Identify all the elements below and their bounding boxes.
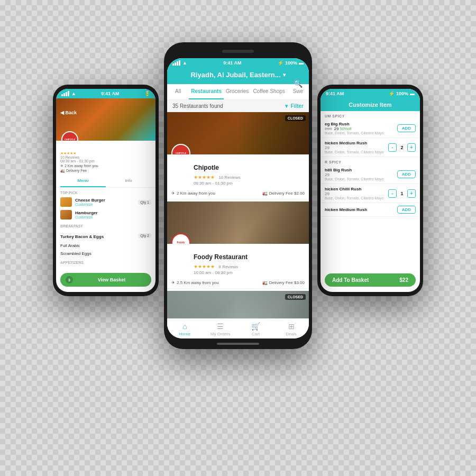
right-add-btn-1[interactable]: ADD [397,124,416,132]
filter-button[interactable]: ▼ Filter [284,103,304,109]
sushi-closed-badge: CLOSED [285,294,306,300]
nav-orders[interactable]: ☰ My Orders [203,322,238,336]
phone-right: 9:41 AM ⚡ 100% ▬ Customize Item UM SPICY… [317,85,423,296]
foody-distance: ✈ 2.5 Km away from you [171,280,219,285]
chipotle-distance: ✈ 2 Km away from you [171,191,215,196]
left-tabs: Menu Info [56,175,155,188]
right-qty-minus-4[interactable]: - [388,189,397,198]
tab-restaurants[interactable]: Restaurants [189,84,224,99]
right-item-3: hilli Big Rush 29 ttuce, Onion, Tomato, … [321,165,420,184]
right-item-5-name: hicken Medium Rush [325,207,397,212]
right-item-5: hicken Medium Rush ADD [321,203,420,217]
restaurant-card-sushi[interactable]: CLOSED 🍣 Sushi Master ★★★★★ 5 Reviews [167,291,309,318]
home-indicator [217,343,259,345]
sushi-image: CLOSED 🍣 [167,291,309,318]
wifi-icon: ▲ [71,91,76,96]
right-battery: 100% [396,91,408,96]
center-battery-icon: ▬ [299,60,304,66]
location-chevron: ▾ [283,72,286,78]
left-hours: 08:30 am - 01:30 pm [60,159,151,163]
right-item-1-sale: 29 [334,126,339,131]
chipotle-footer: ✈ 2 Km away from you 🚛 Delivery Fee $2.0… [167,189,309,199]
left-full-arabic: Full Arabic [56,242,155,250]
right-basket-label: Add To Basket [332,277,369,283]
right-item-2-sale: 29 [325,145,329,150]
search-icon[interactable]: 🔍 [294,79,303,88]
left-restaurant-header: ◀ Back CHIPOTLE Chipotle [56,98,155,141]
right-item-1-original: 260 [325,126,332,131]
phones-container: ▲ 9:41 AM 🔋 ◀ Back CHIPOTLE Chipotle ★★★… [53,21,423,455]
right-item-2-price: 29 [325,145,388,150]
right-bluetooth: ⚡ [389,91,395,96]
right-item-1: eg Big Rush 260 29 50%off ttuce, Onion, … [321,119,420,138]
left-item-info-2: Hamburger Customize [75,210,151,219]
right-add-to-basket-button[interactable]: Add To Basket $22 [325,273,416,287]
left-view-basket-button[interactable]: 3 View Basket [60,273,151,287]
foody-image: Foody [167,202,309,244]
right-item-1-price: 260 29 50%off [325,126,397,131]
right-item-1-discount: 50%off [340,127,352,131]
back-button[interactable]: ◀ Back [60,110,77,115]
right-item-4-info: hicken Chilli Rush 29 ttuce, Onion, Toma… [325,187,388,200]
left-turkey-name: Turkey Bacon & Eggs [60,234,104,239]
left-menu-item-2: Hamburger Customize [56,208,155,221]
right-qty-minus-2[interactable]: - [388,143,397,152]
nav-cart[interactable]: 🛒 Cart [238,322,273,336]
left-scrambled: Scrambled Eggs [56,250,155,258]
left-hamburger-customize[interactable]: Customize [75,215,151,219]
right-item-3-price: 29 [325,172,397,177]
left-basket-count: 3 [66,276,73,283]
tab-all[interactable]: All [167,84,189,99]
tab-coffee[interactable]: Coffee Shops [251,84,287,99]
left-section-appetizers: APPETIZERS [56,258,155,266]
right-item-1-info: eg Big Rush 260 29 50%off ttuce, Onion, … [325,122,397,135]
phone-center-screen: ▲ 9:41 AM ⚡ 100% ▬ Riyadh, Al Jubail, Ea… [167,58,309,338]
filter-icon: ▼ [284,103,289,109]
right-item-2-info: hicken Medium Rush 29 ttuce, Onion, Toma… [325,141,388,154]
right-add-btn-5[interactable]: ADD [397,206,416,214]
left-stars: ★★★★★ [60,151,151,155]
location-display[interactable]: Riyadh, Al Jubail, Eastern... ▾ [173,71,303,79]
left-tab-menu[interactable]: Menu [60,175,106,187]
left-time: 9:41 AM [101,91,119,96]
foody-stars: ★★★★★ [194,264,215,269]
right-qty-ctrl-4: - 1 + [388,189,416,198]
left-tab-info[interactable]: Info [106,175,151,187]
results-bar: 35 Restaurants found ▼ Filter [167,100,309,112]
right-item-4-price: 29 [325,191,388,196]
phone-center: ▲ 9:41 AM ⚡ 100% ▬ Riyadh, Al Jubail, Ea… [164,42,312,349]
nav-deals[interactable]: ⊞ Deals [273,322,309,336]
center-status-bar: ▲ 9:41 AM ⚡ 100% ▬ [167,58,309,68]
right-item-4-name: hicken Chilli Rush [325,187,388,191]
right-basket-price: $22 [399,277,408,283]
restaurant-card-chipotle[interactable]: CLOSED CHIPOTLE Chipotle ★★★★★ 10 Review… [167,112,309,199]
foody-reviews: 8 Reviews [218,264,238,269]
right-add-btn-3[interactable]: ADD [397,170,416,178]
phone-left: ▲ 9:41 AM 🔋 ◀ Back CHIPOTLE Chipotle ★★★… [53,85,159,296]
right-item-3-desc: ttuce, Onion, Tomato, Cilantro Mayo [325,177,397,181]
left-restaurant-name: Chipotle [81,140,105,141]
left-hamburger-img [60,210,72,219]
center-header: Riyadh, Al Jubail, Eastern... ▾ 🔍 [167,68,309,84]
filter-label: Filter [291,103,304,109]
right-section-r-spicy: R SPICY [321,157,420,165]
foody-name: Foody Restaurant [194,253,305,261]
left-battery: 🔋 [144,91,150,96]
foody-info: Foody Restaurant ★★★★★ 8 Reviews 10:00 a… [167,244,309,278]
chipotle-delivery: 🚛 Delivery Fee $2.00 [262,191,305,196]
right-qty-plus-2[interactable]: + [407,143,416,152]
left-item-name: Cheese Burger [75,198,135,203]
left-breakfast-item-1: Turkey Bacon & Eggs Qty 2 [56,229,155,242]
tab-groceries[interactable]: Groceries [224,84,251,99]
bluetooth-icon: ⚡ [278,60,283,66]
right-item-4-desc: ttuce, Onion, Tomato, Cilantro Mayo [325,196,388,200]
nav-home[interactable]: ⌂ Home [167,322,203,336]
right-time: 9:41 AM [326,91,344,96]
right-qty-plus-4[interactable]: + [407,189,416,198]
right-item-3-sale: 29 [325,172,329,177]
restaurant-card-foody[interactable]: Foody Foody Restaurant ★★★★★ 8 Reviews 1… [167,202,309,289]
restaurant-list: CLOSED CHIPOTLE Chipotle ★★★★★ 10 Review… [167,112,309,318]
phone-left-screen: ▲ 9:41 AM 🔋 ◀ Back CHIPOTLE Chipotle ★★★… [56,89,155,292]
left-item-customize[interactable]: Customize [75,203,135,206]
right-status-bar: 9:41 AM ⚡ 100% ▬ [321,89,420,98]
